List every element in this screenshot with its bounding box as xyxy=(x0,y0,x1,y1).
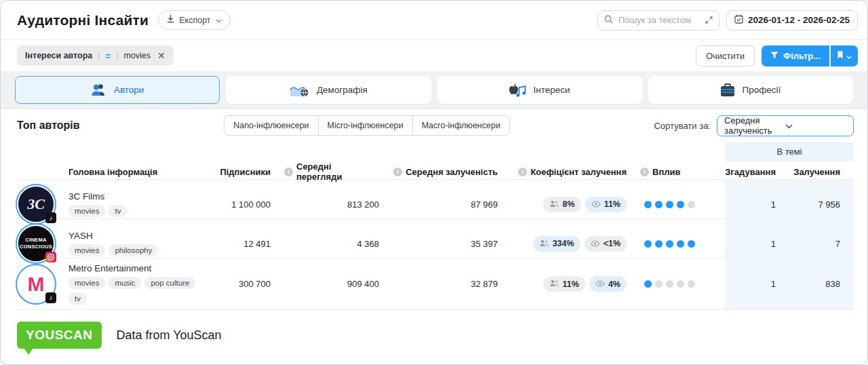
funnel-icon xyxy=(770,51,778,61)
tag[interactable]: movies xyxy=(68,277,105,289)
tag[interactable]: music xyxy=(108,277,141,289)
section-title: Топ авторів xyxy=(17,119,80,132)
tab-demographics[interactable]: Демографія xyxy=(226,76,431,104)
expand-icon[interactable] xyxy=(705,14,713,26)
top-authors-header: Топ авторів Nano-інфлюенсери Micro-інфлю… xyxy=(1,109,867,142)
author-name[interactable]: 3C Films xyxy=(68,191,104,201)
tiktok-badge: ♪ xyxy=(45,292,56,303)
page-title: Аудиторні Інсайти xyxy=(17,12,149,28)
clear-button[interactable]: Очистити xyxy=(696,45,755,66)
mentions-value: 1 xyxy=(725,258,789,309)
table-row[interactable]: CINEMA CONSCIOUS YASH movies philosophy … xyxy=(17,218,854,258)
info-icon[interactable]: i xyxy=(640,168,649,176)
date-range-button[interactable]: 2026-01-12 - 2026-02-25 xyxy=(726,10,858,31)
tag[interactable]: pop culture xyxy=(144,277,195,289)
people-icon xyxy=(549,199,559,210)
bookmark-button[interactable] xyxy=(831,45,858,66)
tag[interactable]: movies xyxy=(68,205,105,217)
subscribers-value: 300 700 xyxy=(213,258,284,309)
calendar-icon xyxy=(734,14,743,26)
avatar[interactable]: M ♪ xyxy=(17,265,55,303)
er-views-pill: 4% xyxy=(589,276,627,292)
er-subscribers-pill: 334% xyxy=(533,236,580,252)
influence-dots xyxy=(640,258,725,309)
er-subscribers-pill: 11% xyxy=(543,276,585,292)
filter-value: movies xyxy=(123,51,151,60)
eye-icon xyxy=(591,239,600,249)
instagram-badge xyxy=(45,252,56,263)
sort-label: Сортувати за: xyxy=(654,121,711,131)
search-input[interactable] xyxy=(618,15,700,25)
er-views-pill: <1% xyxy=(585,236,627,252)
table-band-row: В темі xyxy=(17,142,854,161)
footer: YOUSCAN Data from YouScan xyxy=(1,310,867,349)
chevron-down-icon xyxy=(216,16,222,25)
in-topic-group-header: В темі xyxy=(725,142,854,161)
author-name[interactable]: Metro Entertainment xyxy=(68,263,151,273)
table-row[interactable]: M ♪ Metro Entertainment movies music pop… xyxy=(17,258,854,310)
col-in-topic-engagement: Залучення xyxy=(789,167,854,177)
info-icon[interactable]: i xyxy=(518,168,527,176)
chevron-down-icon xyxy=(785,121,846,131)
eye-icon xyxy=(595,279,605,289)
col-avg-engagement: iСередня залученість xyxy=(393,167,511,177)
date-range-value: 2026-01-12 - 2026-02-25 xyxy=(748,15,850,25)
people-icon xyxy=(549,279,559,289)
tag[interactable]: philosophy xyxy=(108,244,158,256)
bookmark-icon xyxy=(837,51,844,61)
search-box[interactable] xyxy=(597,10,719,31)
segment-nano[interactable]: Nano-інфлюенсери xyxy=(224,115,318,136)
people-icon xyxy=(539,239,549,249)
table-row[interactable]: 3C ♪ 3C Films movies tv 1 100 000 813 20… xyxy=(17,179,854,218)
briefcase-icon xyxy=(720,83,735,97)
col-avg-views: iСередні перегляди xyxy=(284,161,393,182)
filter-field-label: Інтереси автора xyxy=(25,51,92,60)
info-icon[interactable]: i xyxy=(284,168,293,176)
er-views-pill: 11% xyxy=(585,197,627,212)
col-mentions: Згадування xyxy=(725,167,789,177)
youscan-logo: YOUSCAN xyxy=(17,322,102,349)
in-topic-engagement-value: 838 xyxy=(789,258,854,309)
col-influence: iВплив xyxy=(640,167,725,177)
table-header-row: Головна інформація Підписники iСередні п… xyxy=(17,161,854,179)
tag[interactable]: tv xyxy=(108,205,127,217)
segment-micro[interactable]: Micro-інфлюенсери xyxy=(318,115,413,136)
tab-authors[interactable]: Автори xyxy=(15,76,220,104)
tiktok-badge: ♪ xyxy=(45,212,56,223)
download-icon xyxy=(167,15,174,25)
avg-views-value: 909 400 xyxy=(284,258,393,309)
demographics-icon xyxy=(290,83,310,97)
footer-attribution: Data from YouScan xyxy=(117,328,222,343)
eye-icon xyxy=(591,199,601,210)
tab-professions[interactable]: Професії xyxy=(648,76,853,104)
export-button[interactable]: Експорт xyxy=(158,10,230,30)
influencer-size-segments: Nano-інфлюенсери Micro-інфлюенсери Macro… xyxy=(224,115,510,136)
filter-chip[interactable]: Інтереси автора | = | movies ✕ xyxy=(17,45,174,66)
segment-macro[interactable]: Macro-інфлюенсери xyxy=(412,115,510,136)
tab-label: Інтереси xyxy=(534,85,570,95)
sort-select[interactable]: Середня залученість xyxy=(717,115,854,136)
header: Аудиторні Інсайти Експорт 2026-01-12 - 2… xyxy=(1,1,867,40)
avatar[interactable]: CINEMA CONSCIOUS xyxy=(17,225,55,263)
tab-label: Професії xyxy=(742,85,781,95)
tab-label: Демографія xyxy=(317,85,368,95)
tab-label: Автори xyxy=(114,85,144,95)
interests-icon xyxy=(509,83,527,97)
tag[interactable]: movies xyxy=(68,244,105,256)
authors-table: В темі Головна інформація Підписники iСе… xyxy=(17,142,854,310)
equals-operator-icon: = xyxy=(106,51,111,61)
col-engagement-rate: iКоефіцієнт залучення xyxy=(511,167,640,177)
avatar[interactable]: 3C ♪ xyxy=(17,185,55,223)
author-name[interactable]: YASH xyxy=(68,231,93,241)
tab-interests[interactable]: Інтереси xyxy=(437,76,642,104)
avg-engagement-value: 32 879 xyxy=(393,258,511,309)
col-main-info: Головна інформація xyxy=(68,167,213,177)
tag[interactable]: tv xyxy=(68,292,87,305)
filter-button[interactable]: Фільтр... xyxy=(762,45,829,66)
remove-filter-icon[interactable]: ✕ xyxy=(156,50,165,61)
col-subscribers: Підписники xyxy=(213,167,284,177)
info-icon[interactable]: i xyxy=(393,168,402,176)
audience-insights-panel: Аудиторні Інсайти Експорт 2026-01-12 - 2… xyxy=(0,0,868,365)
sort-selected-value: Середня залученість xyxy=(724,115,785,136)
users-icon xyxy=(91,83,107,96)
